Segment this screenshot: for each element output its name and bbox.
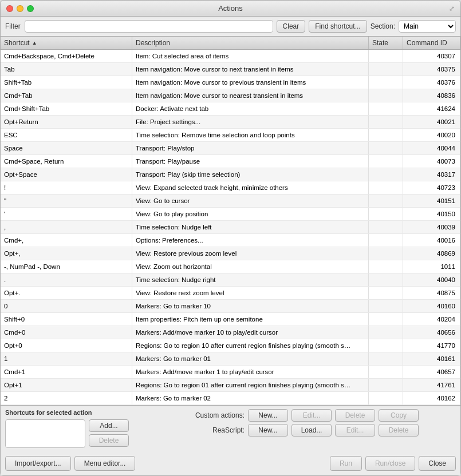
traffic-lights [6, 5, 34, 12]
table-row[interactable]: Cmd+TabItem navigation: Move cursor to n… [1, 89, 460, 102]
shortcut-input-box [5, 419, 85, 448]
delete-shortcut-button[interactable]: Delete [89, 434, 129, 447]
maximize-button[interactable] [27, 5, 34, 12]
table-row[interactable]: -, NumPad -, DownView: Zoom out horizont… [1, 260, 460, 273]
shortcuts-row: Add... Delete [5, 419, 183, 448]
table-row[interactable]: ESCTime selection: Remove time selection… [1, 129, 460, 142]
right-bottom-buttons: Run Run/close Close [330, 456, 456, 471]
td-state [369, 76, 403, 89]
td-state [369, 89, 403, 102]
td-state [369, 273, 403, 286]
th-commandid[interactable]: Command ID [403, 37, 460, 49]
table-row[interactable]: Opt+0Regions: Go to region 10 after curr… [1, 339, 460, 352]
table-row[interactable]: 'View: Go to play position40150 [1, 208, 460, 221]
close-button-bottom[interactable]: Close [419, 456, 456, 471]
run-close-button[interactable]: Run/close [365, 456, 415, 471]
table-row[interactable]: Cmd+Space, ReturnTransport: Play/pause40… [1, 155, 460, 168]
td-shortcut: -, NumPad -, Down [1, 260, 132, 273]
td-state [369, 50, 403, 62]
td-description: Markers: Go to marker 02 [132, 392, 369, 404]
td-commandid: 40044 [403, 142, 460, 154]
td-description: Time selection: Remove time selection an… [132, 129, 369, 141]
import-export-button[interactable]: Import/export... [5, 456, 71, 471]
table-row[interactable]: Shift+0Item properties: Pitch item up on… [1, 313, 460, 326]
table-body[interactable]: Cmd+Backspace, Cmd+DeleteItem: Cut selec… [1, 50, 460, 405]
td-description: Transport: Play/pause [132, 155, 369, 168]
td-shortcut: . [1, 273, 132, 286]
reascript-edit-button[interactable]: Edit... [335, 424, 375, 437]
custom-delete-button[interactable]: Delete [335, 409, 375, 422]
table-row[interactable]: Opt+,View: Restore previous zoom level40… [1, 247, 460, 260]
th-state[interactable]: State [369, 37, 403, 49]
td-shortcut: Opt+Return [1, 116, 132, 128]
table-header: Shortcut ▲ Description State Command ID [1, 37, 460, 50]
bottom-section: Shortcuts for selected action Add... Del… [1, 406, 460, 475]
td-description: View: Restore previous zoom level [132, 247, 369, 260]
table-row[interactable]: Cmd+,Options: Preferences...40016 [1, 234, 460, 247]
table-row[interactable]: Opt+.View: Restore next zoom level40875 [1, 287, 460, 300]
td-description: View: Go to cursor [132, 195, 369, 207]
td-shortcut: " [1, 195, 132, 207]
td-state [369, 366, 403, 378]
td-commandid: 41761 [403, 379, 460, 391]
reascript-load-button[interactable]: Load... [291, 424, 332, 437]
td-description: Markers: Add/move marker 1 to play/edit … [132, 366, 369, 378]
minimize-button[interactable] [17, 5, 23, 12]
th-description[interactable]: Description [132, 37, 369, 49]
custom-new-button[interactable]: New... [248, 409, 288, 422]
menu-editor-button[interactable]: Menu editor... [74, 456, 136, 471]
th-shortcut[interactable]: Shortcut ▲ [1, 37, 132, 49]
section-label: Section: [371, 22, 395, 30]
filter-input[interactable] [25, 20, 273, 33]
td-commandid: 40836 [403, 89, 460, 102]
table-row[interactable]: Cmd+1Markers: Add/move marker 1 to play/… [1, 366, 460, 379]
sort-arrow-icon: ▲ [32, 40, 37, 46]
table-row[interactable]: 2Markers: Go to marker 0240162 [1, 392, 460, 405]
find-shortcut-button[interactable]: Find shortcut... [309, 20, 367, 33]
table-container: Shortcut ▲ Description State Command ID … [1, 36, 460, 406]
table-row[interactable]: Cmd+Shift+TabDocker: Activate next tab41… [1, 102, 460, 116]
td-shortcut: Cmd+Space, Return [1, 155, 132, 168]
table-row[interactable]: 1Markers: Go to marker 0140161 [1, 352, 460, 366]
custom-copy-button[interactable]: Copy [379, 409, 419, 422]
table-row[interactable]: .Time selection: Nudge right40040 [1, 273, 460, 287]
custom-edit-button[interactable]: Edit... [291, 409, 332, 422]
td-commandid: 40016 [403, 234, 460, 247]
td-commandid: 40376 [403, 76, 460, 89]
clear-button[interactable]: Clear [277, 20, 306, 33]
td-commandid: 40162 [403, 392, 460, 404]
table-row[interactable]: 0Markers: Go to marker 1040160 [1, 300, 460, 313]
td-state [369, 129, 403, 141]
run-button[interactable]: Run [330, 456, 362, 471]
td-shortcut: Opt+1 [1, 379, 132, 391]
table-row[interactable]: Opt+1Regions: Go to region 01 after curr… [1, 379, 460, 392]
td-state [369, 102, 403, 115]
table-row[interactable]: Cmd+0Markers: Add/move marker 10 to play… [1, 326, 460, 339]
table-row[interactable]: SpaceTransport: Play/stop40044 [1, 142, 460, 155]
reascript-delete-button[interactable]: Delete [379, 424, 419, 437]
td-state [369, 181, 403, 194]
reascript-label: ReaScript: [187, 426, 245, 434]
actions-window: Actions ⤢ Filter Clear Find shortcut... … [0, 0, 461, 476]
td-shortcut: , [1, 221, 132, 233]
close-button[interactable] [6, 5, 13, 12]
table-row[interactable]: Opt+ReturnFile: Project settings...40021 [1, 116, 460, 129]
table-row[interactable]: TabItem navigation: Move cursor to next … [1, 63, 460, 76]
add-shortcut-button[interactable]: Add... [89, 419, 129, 432]
td-description: View: Expand selected track height, mini… [132, 181, 369, 194]
table-row[interactable]: Shift+TabItem navigation: Move cursor to… [1, 76, 460, 89]
td-commandid: 40723 [403, 181, 460, 194]
table-row[interactable]: ,Time selection: Nudge left40039 [1, 221, 460, 234]
section-select[interactable]: Main [399, 20, 456, 33]
table-row[interactable]: !View: Expand selected track height, min… [1, 181, 460, 195]
custom-actions-row: Custom actions: New... Edit... Delete Co… [187, 409, 456, 422]
td-commandid: 40307 [403, 50, 460, 62]
table-row[interactable]: Cmd+Backspace, Cmd+DeleteItem: Cut selec… [1, 50, 460, 63]
td-commandid: 40375 [403, 63, 460, 76]
reascript-new-button[interactable]: New... [248, 424, 288, 437]
title-bar: Actions ⤢ [1, 1, 460, 17]
table-row[interactable]: Opt+SpaceTransport: Play (skip time sele… [1, 168, 460, 181]
td-commandid: 40039 [403, 221, 460, 233]
td-commandid: 40073 [403, 155, 460, 168]
table-row[interactable]: "View: Go to cursor40151 [1, 195, 460, 208]
